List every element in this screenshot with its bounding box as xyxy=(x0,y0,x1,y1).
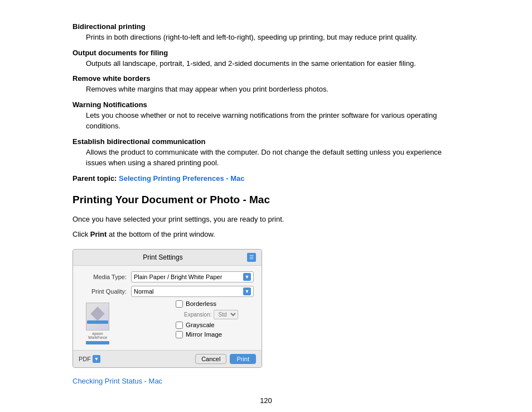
pdf-arrow-icon: ▼ xyxy=(93,355,100,363)
print-quality-select[interactable]: Normal ▼ xyxy=(131,286,254,297)
checking-print-status-link[interactable]: Checking Print Status - Mac xyxy=(72,377,162,385)
print-quality-value: Normal xyxy=(134,288,241,295)
media-type-label: Media Type: xyxy=(81,274,131,280)
media-type-value: Plain Paper / Bright White Paper xyxy=(134,274,241,280)
print-dialog-wrapper: Print Settings ☰ Media Type: Plain Paper… xyxy=(72,249,460,368)
term-1-definition: Prints in both directions (right-to-left… xyxy=(86,32,460,43)
term-section-4: Warning Notifications Lets you choose wh… xyxy=(72,100,460,132)
page: Bidirectional printing Prints in both di… xyxy=(0,0,532,412)
term-5-title: Establish bidirectional communication xyxy=(72,137,460,146)
preview-label: epsonWorkForce xyxy=(88,332,107,339)
preview-diamond-icon xyxy=(90,306,104,320)
media-type-arrow-icon: ▼ xyxy=(243,273,251,281)
body-text-suffix: at the bottom of the print window. xyxy=(107,230,215,238)
parent-topic-label: Parent topic: xyxy=(72,174,117,183)
body-text-click: Click xyxy=(72,230,90,238)
term-3-definition: Removes white margins that may appear wh… xyxy=(86,84,460,95)
pdf-label: PDF xyxy=(79,356,91,362)
term-1-title: Bidirectional printing xyxy=(72,22,460,31)
preview-image xyxy=(86,303,109,330)
body-paragraph-2: Click Print at the bottom of the print w… xyxy=(72,229,460,240)
media-type-select[interactable]: Plain Paper / Bright White Paper ▼ xyxy=(131,271,254,282)
parent-topic: Parent topic: Selecting Printing Prefere… xyxy=(72,174,460,183)
dialog-header: Print Settings ☰ xyxy=(73,250,262,266)
grayscale-label: Grayscale xyxy=(186,322,215,328)
terms-list: Bidirectional printing Prints in both di… xyxy=(72,22,460,169)
body-text-bold: Print xyxy=(90,230,107,238)
mirror-image-row: Mirror Image xyxy=(176,331,238,338)
borderless-checkbox[interactable] xyxy=(176,300,183,308)
term-4-definition: Lets you choose whether or not to receiv… xyxy=(86,110,460,132)
expansion-select[interactable]: Std xyxy=(214,310,238,319)
media-type-row: Media Type: Plain Paper / Bright White P… xyxy=(81,271,254,282)
body-paragraph-1: Once you have selected your print settin… xyxy=(72,214,460,225)
term-section-1: Bidirectional printing Prints in both di… xyxy=(72,22,460,43)
grayscale-checkbox[interactable] xyxy=(176,322,183,329)
print-preview: epsonWorkForce xyxy=(81,300,114,347)
dialog-title: Print Settings xyxy=(79,253,247,261)
pdf-button[interactable]: PDF ▼ xyxy=(79,355,100,363)
term-section-2: Output documents for filing Outputs all … xyxy=(72,49,460,69)
footer-right: Cancel Print xyxy=(195,354,256,364)
expansion-label: Expansion: xyxy=(184,312,211,318)
dialog-footer: PDF ▼ Cancel Print xyxy=(73,350,262,367)
cancel-button[interactable]: Cancel xyxy=(195,354,226,364)
parent-topic-link[interactable]: Selecting Printing Preferences - Mac xyxy=(119,174,244,183)
expansion-row: Expansion: Std xyxy=(184,310,238,319)
borderless-row: Borderless xyxy=(176,300,238,308)
mirror-image-label: Mirror Image xyxy=(186,331,222,338)
print-dialog: Print Settings ☰ Media Type: Plain Paper… xyxy=(72,249,262,368)
print-button[interactable]: Print xyxy=(230,354,256,364)
preview-brand-bar xyxy=(86,341,109,344)
borderless-label: Borderless xyxy=(186,300,216,307)
checking-link-line: Checking Print Status - Mac xyxy=(72,377,460,385)
dialog-body: Media Type: Plain Paper / Bright White P… xyxy=(73,266,262,350)
term-5-definition: Allows the product to communicate with t… xyxy=(86,147,460,169)
options-area: Borderless Expansion: Std Graysca xyxy=(120,300,238,347)
section-heading: Printing Your Document or Photo - Mac xyxy=(72,194,460,206)
term-2-title: Output documents for filing xyxy=(72,49,460,57)
term-3-title: Remove white borders xyxy=(72,74,460,83)
print-quality-arrow-icon: ▼ xyxy=(243,288,251,295)
term-section-3: Remove white borders Removes white margi… xyxy=(72,74,460,95)
preview-bar xyxy=(87,320,108,324)
mirror-image-checkbox[interactable] xyxy=(176,331,183,338)
term-4-title: Warning Notifications xyxy=(72,100,460,109)
print-quality-label: Print Quality: xyxy=(81,288,131,295)
grayscale-row: Grayscale xyxy=(176,322,238,329)
term-2-definition: Outputs all landscape, portrait, 1-sided… xyxy=(86,58,460,69)
term-section-5: Establish bidirectional communication Al… xyxy=(72,137,460,169)
options-preview-area: epsonWorkForce Borderless Expansion: xyxy=(81,300,254,347)
settings-icon: ☰ xyxy=(247,253,256,262)
page-number: 120 xyxy=(72,396,460,405)
print-quality-row: Print Quality: Normal ▼ xyxy=(81,286,254,297)
